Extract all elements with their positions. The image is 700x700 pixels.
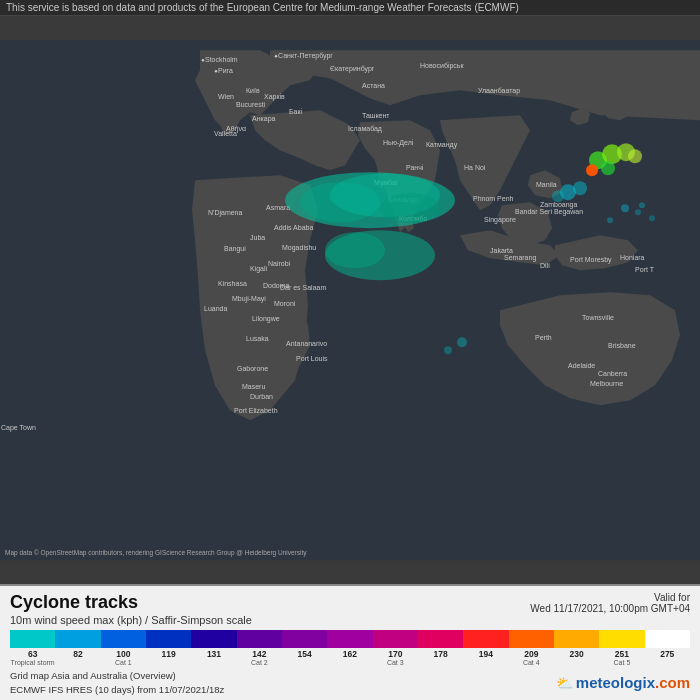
svg-text:Kigali: Kigali (250, 265, 268, 273)
svg-text:Honiara: Honiara (620, 254, 645, 261)
svg-text:Dar es Salaam: Dar es Salaam (280, 284, 326, 291)
legend-label-item: 119 (146, 649, 191, 666)
legend-label-item: 142Cat 2 (237, 649, 282, 666)
top-bar: This service is based on data and produc… (0, 0, 700, 16)
svg-text:Canberra: Canberra (598, 370, 627, 377)
svg-text:Semarang: Semarang (504, 254, 536, 262)
legend-panel: Cyclone tracks 10m wind speed max (kph) … (0, 584, 700, 700)
svg-text:Melbourne: Melbourne (590, 380, 623, 387)
svg-text:Bucuresti: Bucuresti (236, 101, 266, 108)
legend-color-segment (146, 630, 191, 648)
svg-text:Brisbane: Brisbane (608, 342, 636, 349)
legend-color-segment (237, 630, 282, 648)
legend-label-item: 275 (645, 649, 690, 666)
svg-text:Lusaka: Lusaka (246, 335, 269, 342)
svg-text:Manila: Manila (536, 181, 557, 188)
svg-text:Antananarivo: Antananarivo (286, 340, 327, 347)
meteologix-brand: meteologix.com (576, 674, 690, 691)
meteologix-logo: ⛅ meteologix.com (556, 674, 690, 691)
valid-for-text: Valid for Wed 11/17/2021, 10:00pm GMT+04 (530, 592, 690, 614)
legend-label-item: 100Cat 1 (101, 649, 146, 666)
svg-text:Mogadishu: Mogadishu (282, 244, 316, 252)
legend-color-segment (191, 630, 236, 648)
svg-text:Adelaide: Adelaide (568, 362, 595, 369)
legend-color-segment (55, 630, 100, 648)
svg-text:Нью-Делі: Нью-Делі (383, 139, 414, 147)
svg-text:Durban: Durban (250, 393, 273, 400)
svg-text:Wien: Wien (218, 93, 234, 100)
legend-color-segment (101, 630, 146, 648)
svg-text:Mbuji-Mayi: Mbuji-Mayi (232, 295, 266, 303)
svg-text:Bangui: Bangui (224, 245, 246, 253)
svg-text:Zamboanga: Zamboanga (540, 201, 577, 209)
legend-bottom-row: Grid map Asia and Australia (Overview) E… (10, 669, 690, 696)
svg-text:Улаанбаатар: Улаанбаатар (478, 87, 520, 95)
svg-text:Dili: Dili (540, 262, 550, 269)
map-container: Stockholm Санкт-Петербург Рига Київ Харк… (0, 16, 700, 584)
svg-text:Nairobi: Nairobi (268, 260, 291, 267)
svg-point-82 (586, 164, 598, 176)
svg-text:Lilongwe: Lilongwe (252, 315, 280, 323)
svg-text:Ha Noi: Ha Noi (464, 164, 486, 171)
legend-label-item: 162 (327, 649, 372, 666)
svg-text:Ісламабад: Ісламабад (348, 125, 382, 133)
svg-text:Астана: Астана (362, 82, 385, 89)
svg-point-80 (601, 161, 615, 175)
svg-text:Perth: Perth (535, 334, 552, 341)
svg-point-83 (621, 204, 629, 212)
legend-label-item: 178 (418, 649, 463, 666)
svg-text:Port Elizabeth: Port Elizabeth (234, 407, 278, 414)
svg-point-76 (552, 190, 564, 202)
legend-color-segment (282, 630, 327, 648)
svg-text:Αθήνα: Αθήνα (226, 125, 246, 133)
legend-color-segment (645, 630, 690, 648)
legend-color-segment (554, 630, 599, 648)
svg-text:Анкара: Анкара (252, 115, 276, 123)
legend-color-segment (418, 630, 463, 648)
legend-info-text: Grid map Asia and Australia (Overview) E… (10, 669, 224, 696)
legend-label-item: 154 (282, 649, 327, 666)
svg-text:Єкатеринбург: Єкатеринбург (330, 65, 375, 73)
legend-color-segment (509, 630, 554, 648)
svg-point-89 (444, 346, 452, 354)
legend-color-segment (599, 630, 644, 648)
svg-text:Jakarta: Jakarta (490, 247, 513, 254)
svg-text:Санкт-Петербург: Санкт-Петербург (278, 52, 333, 60)
svg-text:Luanda: Luanda (204, 305, 227, 312)
svg-point-84 (635, 209, 641, 215)
legend-title: Cyclone tracks (10, 592, 252, 613)
svg-text:Maseru: Maseru (242, 383, 265, 390)
svg-text:Juba: Juba (250, 234, 265, 241)
svg-point-87 (607, 217, 613, 223)
svg-point-85 (639, 202, 645, 208)
legend-label-item: 251Cat 5 (599, 649, 644, 666)
svg-point-2 (202, 59, 204, 61)
svg-text:Kinshasa: Kinshasa (218, 280, 247, 287)
legend-color-bar (10, 630, 690, 648)
svg-text:Port Louis: Port Louis (296, 355, 328, 362)
svg-text:Phnom Penh: Phnom Penh (473, 195, 514, 202)
svg-text:Бакі: Бакі (289, 108, 303, 115)
svg-text:Ранчі: Ранчі (406, 164, 424, 171)
svg-text:Addis Ababa: Addis Ababa (274, 224, 313, 231)
legend-label-item: 82 (55, 649, 100, 666)
svg-text:Stockholm: Stockholm (205, 56, 238, 63)
legend-label-item: 194 (463, 649, 508, 666)
legend-label-item: 230 (554, 649, 599, 666)
svg-point-81 (628, 149, 642, 163)
svg-text:Харків: Харків (264, 93, 285, 101)
svg-text:Gaborone: Gaborone (237, 365, 268, 372)
svg-text:Map data © OpenStreetMap contr: Map data © OpenStreetMap contributors, r… (5, 549, 307, 557)
svg-point-4 (275, 55, 277, 57)
legend-color-segment (463, 630, 508, 648)
svg-text:Bandar Seri Begawan: Bandar Seri Begawan (515, 208, 583, 216)
svg-text:Ташкент: Ташкент (362, 112, 390, 119)
map-svg: Stockholm Санкт-Петербург Рига Київ Харк… (0, 16, 700, 584)
svg-text:Townsville: Townsville (582, 314, 614, 321)
legend-label-item: 209Cat 4 (509, 649, 554, 666)
app-container: This service is based on data and produc… (0, 0, 700, 700)
svg-text:Singapore: Singapore (484, 216, 516, 224)
legend-label-item: 170Cat 3 (373, 649, 418, 666)
legend-color-segment (373, 630, 418, 648)
svg-point-73 (325, 232, 385, 268)
